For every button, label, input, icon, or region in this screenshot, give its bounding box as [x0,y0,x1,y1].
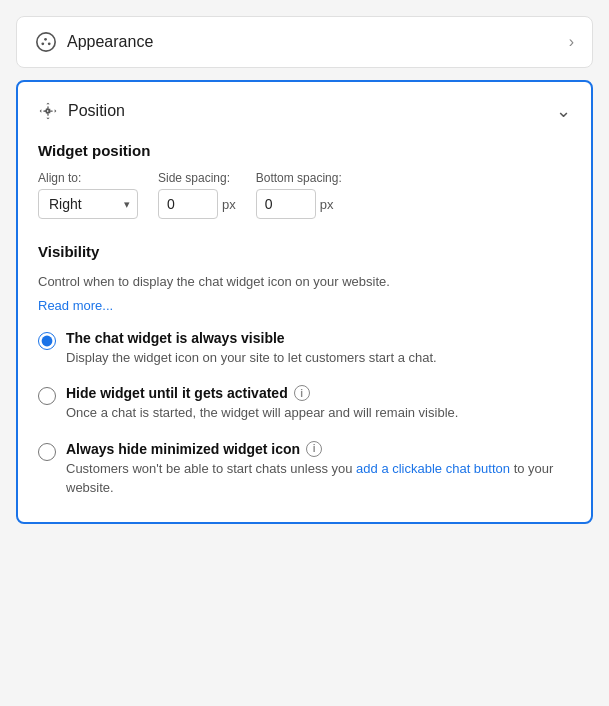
align-select[interactable]: Left Right [38,189,138,219]
position-header-left: Position [38,101,125,121]
radio-always-visible-label-row: The chat widget is always visible [66,330,437,346]
appearance-left: Appearance [35,31,153,53]
widget-position: Widget position Align to: Left Right ▾ S… [38,142,571,219]
radio-always-hide-content: Always hide minimized widget icon i Cust… [66,441,571,498]
clickable-chat-button-link[interactable]: add a clickable chat button [356,461,510,476]
radio-option-always-visible: The chat widget is always visible Displa… [38,330,571,368]
radio-option-always-hide: Always hide minimized widget icon i Cust… [38,441,571,498]
visibility-heading: Visibility [38,243,571,260]
bottom-spacing-unit: px [320,197,334,212]
bottom-spacing-field-group: Bottom spacing: px [256,171,342,219]
radio-always-visible-content: The chat widget is always visible Displa… [66,330,437,368]
radio-always-hide-desc: Customers won't be able to start chats u… [66,459,571,498]
side-spacing-field-group: Side spacing: px [158,171,236,219]
radio-always-hide-label: Always hide minimized widget icon [66,441,300,457]
position-collapse-icon[interactable]: ⌄ [556,100,571,122]
bottom-spacing-label: Bottom spacing: [256,171,342,185]
position-section: Position ⌄ Widget position Align to: Lef… [16,80,593,524]
bottom-spacing-group: px [256,189,342,219]
align-select-wrapper: Left Right ▾ [38,189,138,219]
radio-options: The chat widget is always visible Displa… [38,330,571,498]
side-spacing-label: Side spacing: [158,171,236,185]
radio-hide-until-activated-desc: Once a chat is started, the widget will … [66,403,458,423]
svg-point-1 [41,42,44,45]
appearance-section[interactable]: Appearance › [16,16,593,68]
visibility-description: Control when to display the chat widget … [38,272,571,292]
align-row: Align to: Left Right ▾ Side spacing: px [38,171,571,219]
position-title: Position [68,102,125,120]
radio-always-hide-label-row: Always hide minimized widget icon i [66,441,571,457]
palette-icon [35,31,57,53]
side-spacing-unit: px [222,197,236,212]
svg-point-0 [37,33,55,51]
appearance-chevron-icon: › [569,33,574,51]
position-header: Position ⌄ [38,100,571,122]
side-spacing-input[interactable] [158,189,218,219]
align-field-group: Align to: Left Right ▾ [38,171,138,219]
appearance-title: Appearance [67,33,153,51]
main-container: Appearance › Position ⌄ Widget position … [16,16,593,524]
radio-hide-until-activated[interactable] [38,387,56,405]
radio-always-visible-desc: Display the widget icon on your site to … [66,348,437,368]
radio-always-visible[interactable] [38,332,56,350]
hide-until-activated-info-icon[interactable]: i [294,385,310,401]
visibility-section: Visibility Control when to display the c… [38,243,571,498]
bottom-spacing-input[interactable] [256,189,316,219]
widget-position-heading: Widget position [38,142,571,159]
radio-hide-until-activated-content: Hide widget until it gets activated i On… [66,385,458,423]
svg-point-3 [48,42,51,45]
always-hide-info-icon[interactable]: i [306,441,322,457]
side-spacing-group: px [158,189,236,219]
svg-point-2 [44,38,47,41]
always-hide-desc-prefix: Customers won't be able to start chats u… [66,461,356,476]
move-icon [38,101,58,121]
radio-always-visible-label: The chat widget is always visible [66,330,285,346]
radio-hide-until-activated-label: Hide widget until it gets activated [66,385,288,401]
radio-option-hide-until-activated: Hide widget until it gets activated i On… [38,385,571,423]
radio-always-hide[interactable] [38,443,56,461]
read-more-link[interactable]: Read more... [38,298,113,313]
align-label: Align to: [38,171,138,185]
radio-hide-until-activated-label-row: Hide widget until it gets activated i [66,385,458,401]
